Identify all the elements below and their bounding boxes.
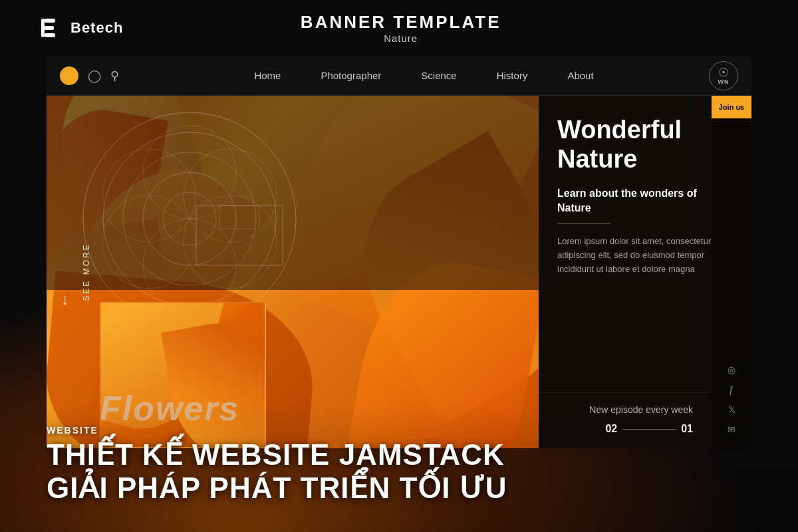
search-icon[interactable]: ⚲ <box>110 68 119 83</box>
left-image-area: see more ↓ Flowers <box>47 96 539 448</box>
banner-main-title: BANNER TEMPLATE <box>301 12 501 33</box>
nav-bar: ◯ ⚲ Home Photographer Science History Ab… <box>47 56 751 96</box>
nav-dot <box>60 66 78 85</box>
right-panel: Wonderful Nature Learn about the wonders… <box>539 96 751 448</box>
wn-spiral-icon: ☉ <box>718 66 729 78</box>
banner-title-area: BANNER TEMPLATE Nature <box>301 12 501 44</box>
nav-link-photographer[interactable]: Photographer <box>301 65 401 86</box>
geometry-overlay <box>73 102 306 335</box>
main-heading: THIẾT KẾ WEBSITE JAMSTACK GIẢI PHÁP PHÁT… <box>47 438 751 505</box>
nav-link-science[interactable]: Science <box>401 65 476 86</box>
nav-link-about[interactable]: About <box>547 65 613 86</box>
subtitle-text: Learn about the wonders of Nature <box>557 186 733 216</box>
logo-area: Betech <box>40 16 123 40</box>
right-side-bar: Join us ◎ ƒ 𝕏 ✉ <box>712 96 751 448</box>
lorem-text: Lorem ipsum dolor sit amet, consectetur … <box>557 235 733 276</box>
banner-subtitle: Nature <box>301 33 501 44</box>
nav-links: Home Photographer Science History About <box>139 65 709 86</box>
facebook-icon[interactable]: ƒ <box>729 384 734 395</box>
wn-text: WN <box>718 78 730 85</box>
wn-logo: ☉ WN <box>709 61 738 90</box>
top-header: Betech BANNER TEMPLATE Nature <box>0 0 798 56</box>
user-icon[interactable]: ◯ <box>88 68 101 83</box>
main-content: ◯ ⚲ Home Photographer Science History Ab… <box>47 56 751 448</box>
nav-left: ◯ ⚲ <box>60 66 119 85</box>
bottom-overlay: WEBSITE THIẾT KẾ WEBSITE JAMSTACK GIẢI P… <box>0 405 798 532</box>
website-label: WEBSITE <box>47 425 751 436</box>
browser-container: ◯ ⚲ Home Photographer Science History Ab… <box>47 56 751 448</box>
svg-rect-3 <box>45 33 55 37</box>
wonderful-nature-title: Wonderful Nature <box>557 116 733 174</box>
divider-line <box>557 223 610 224</box>
svg-rect-2 <box>45 26 54 30</box>
betech-logo-icon <box>40 16 64 40</box>
svg-rect-16 <box>219 205 259 229</box>
join-us-button[interactable]: Join us <box>712 96 751 118</box>
nav-right: ☉ WN <box>709 61 738 90</box>
nav-link-home[interactable]: Home <box>234 65 301 86</box>
instagram-icon[interactable]: ◎ <box>728 364 735 375</box>
logo-text: Betech <box>70 19 123 37</box>
nav-link-history[interactable]: History <box>477 65 548 86</box>
svg-rect-1 <box>45 19 55 23</box>
svg-rect-0 <box>41 19 45 37</box>
see-more-text[interactable]: see more <box>82 243 91 301</box>
arrow-down-icon: ↓ <box>61 290 69 309</box>
banner-body: see more ↓ Flowers Wonderful Nature <box>47 96 751 448</box>
